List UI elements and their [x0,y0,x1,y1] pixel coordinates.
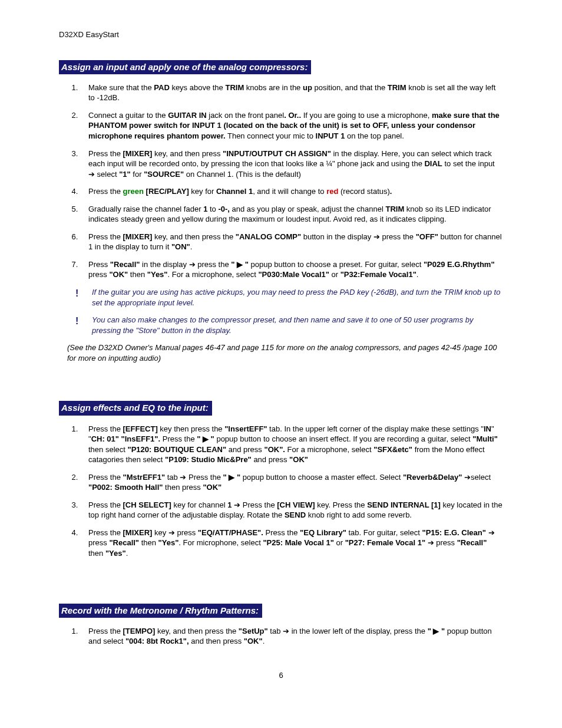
arrow-icon: ➔ [180,473,186,482]
list-item: Press the [TEMPO] key, and then press th… [80,626,503,647]
page-number: 6 [59,670,503,681]
section-heading-compressors: Assign an input and apply one of the ana… [59,60,311,74]
effects-steps: Press the [EFFECT] key then press the "I… [80,424,503,559]
list-item: Press the [MIXER] key ➔ press "EQ/ATT/PH… [80,528,503,559]
list-item: Press the green [REC/PLAY] key for Chann… [80,186,503,197]
compressor-steps: Make sure that the PAD keys above the TR… [80,83,503,280]
section-heading-metronome: Record with the Metronome / Rhythm Patte… [59,604,262,618]
list-item: Connect a guitar to the GUITAR IN jack o… [80,110,503,141]
arrow-icon: ➔ [488,528,495,537]
arrow-icon: ➔ [428,538,434,547]
note-pickup: ! If the guitar you are using has active… [75,287,503,308]
list-item: Press the [MIXER] key, and then press th… [80,232,503,252]
arrow-icon: ➔ [168,528,175,537]
arrow-icon: ➔ [373,232,380,241]
manual-reference: (See the D32XD Owner's Manual pages 46-4… [67,342,503,363]
note-store: ! You can also make changes to the compr… [75,315,503,335]
list-item: Press the [MIXER] key, and then press "I… [80,149,503,180]
section-heading-effects: Assign effects and EQ to the input: [59,401,212,415]
arrow-icon: ➔ [234,500,240,509]
list-item: Press the [EFFECT] key then press the "I… [80,424,503,465]
list-item: Make sure that the PAD keys above the TR… [80,83,503,103]
metronome-steps: Press the [TEMPO] key, and then press th… [80,626,503,647]
list-item: Gradually raise the channel fader 1 to -… [80,204,503,225]
page-header: D32XD EasyStart [59,29,503,40]
list-item: Press "Recall" in the display ➔ press th… [80,259,503,280]
list-item: Press the [CH SELECT] key for channel 1 … [80,500,503,521]
arrow-icon: ➔ [464,473,471,482]
list-item: Press the "MstrEFF1" tab ➔ Press the " ▶… [80,472,503,493]
exclamation-icon: ! [75,287,92,300]
arrow-icon: ➔ [283,627,289,635]
arrow-icon: ➔ [189,260,196,269]
arrow-icon: ➔ [88,170,95,179]
exclamation-icon: ! [75,315,92,328]
